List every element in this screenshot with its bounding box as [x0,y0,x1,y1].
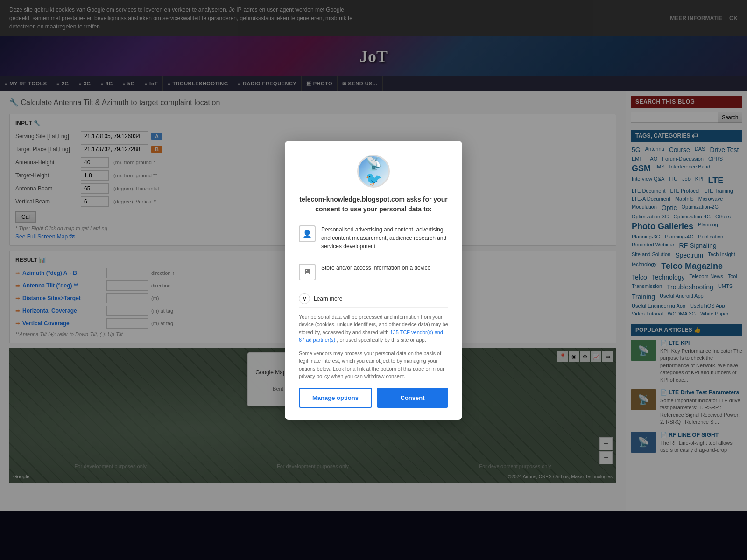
consent-device-icon: 🖥 [299,264,316,280]
consent-privacy-text: Your personal data will be processed and… [299,313,448,344]
consent-option-2: 🖥 Store and/or access information on a d… [299,260,448,284]
consent-logo-image: 📡🐦 [357,155,390,188]
consent-dialog: 📡🐦 telecom-knowledge.blogspot.com asks f… [285,141,462,420]
consent-buttons: Manage options Consent [299,388,448,408]
consent-overlay: 📡🐦 telecom-knowledge.blogspot.com asks f… [0,0,747,511]
consent-button[interactable]: Consent [377,388,448,408]
manage-options-button[interactable]: Manage options [299,388,372,408]
learn-more-row: ∨ Learn more [299,290,448,308]
learn-more-link[interactable]: Learn more [314,295,342,302]
consent-logo: 📡🐦 [299,155,448,188]
consent-legitimate-text: Some vendors may process your personal d… [299,350,448,380]
consent-title: telecom-knowledge.blogspot.com asks for … [299,195,448,214]
consent-option-1-text: Personalised advertising and content, ad… [321,225,448,251]
learn-more-chevron[interactable]: ∨ [299,293,310,304]
consent-person-icon: 👤 [299,225,316,242]
consent-option-1: 👤 Personalised advertising and content, … [299,222,448,254]
consent-option-2-text: Store and/or access information on a dev… [321,264,430,272]
